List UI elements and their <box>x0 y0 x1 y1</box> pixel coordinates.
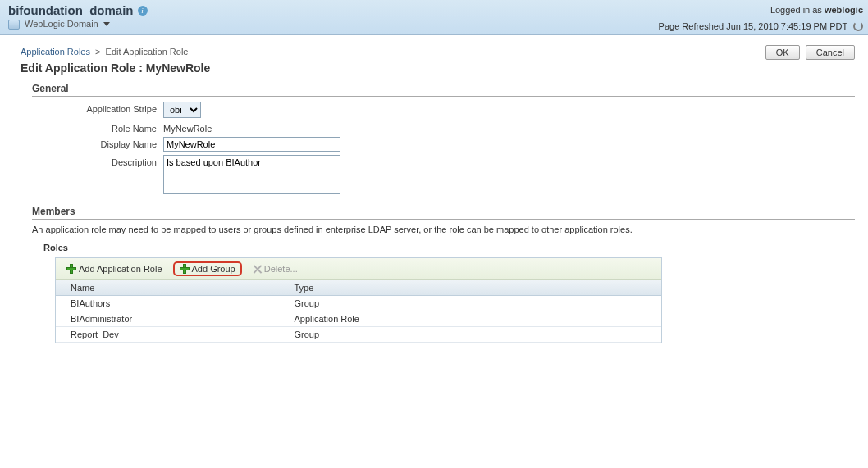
domain-menu-label: WebLogic Domain <box>25 19 98 29</box>
logged-in-prefix: Logged in as <box>770 5 822 15</box>
refresh-icon[interactable] <box>853 21 863 31</box>
breadcrumb: Application Roles > Edit Application Rol… <box>21 47 855 57</box>
refresh-prefix: Page Refreshed <box>659 21 724 31</box>
members-section: Members An application role may need to … <box>32 206 855 343</box>
table-row[interactable]: Report_Dev Group <box>56 327 661 343</box>
cell-type: Group <box>286 296 661 311</box>
display-name-label: Display Name <box>32 137 163 149</box>
add-application-role-button[interactable]: Add Application Role <box>61 261 168 276</box>
page-header: bifoundation_domain i WebLogic Domain Lo… <box>0 0 868 35</box>
folder-icon <box>8 20 20 30</box>
add-app-role-label: Add Application Role <box>79 264 162 274</box>
general-section: General Application Stripe obi Role Name… <box>32 83 855 196</box>
chevron-down-icon <box>103 22 110 26</box>
breadcrumb-current: Edit Application Role <box>106 47 189 57</box>
ok-button[interactable]: OK <box>765 45 800 60</box>
delete-button: Delete... <box>247 261 304 276</box>
description-textarea[interactable]: Is based upon BIAuthor <box>163 155 340 194</box>
breadcrumb-parent[interactable]: Application Roles <box>21 47 90 57</box>
delete-label: Delete... <box>264 264 298 274</box>
table-row[interactable]: BIAdministrator Application Role <box>56 311 661 327</box>
members-section-title: Members <box>32 206 855 220</box>
stripe-label: Application Stripe <box>32 102 163 114</box>
header-right: Logged in as weblogic Page Refreshed Jun… <box>659 5 863 31</box>
col-type[interactable]: Type <box>286 280 661 296</box>
plus-icon <box>66 264 76 274</box>
refresh-time: Jun 15, 2010 7:45:19 PM PDT <box>726 21 847 31</box>
roles-subtitle: Roles <box>43 243 855 252</box>
role-name-label: Role Name <box>32 121 163 134</box>
roles-table: Name Type BIAuthors Group BIAdministrato… <box>56 280 661 343</box>
roles-box: Add Application Role Add Group Delete...… <box>55 257 662 343</box>
delete-icon <box>253 265 262 274</box>
col-name[interactable]: Name <box>56 280 286 296</box>
cancel-button[interactable]: Cancel <box>806 45 855 60</box>
table-row[interactable]: BIAuthors Group <box>56 296 661 311</box>
display-name-input[interactable] <box>163 137 340 152</box>
domain-title: bifoundation_domain <box>8 3 133 17</box>
cell-name: BIAdministrator <box>56 311 286 327</box>
role-name-value: MyNewRole <box>163 121 212 134</box>
cell-name: BIAuthors <box>56 296 286 311</box>
page-title: Edit Application Role : MyNewRole <box>21 61 210 75</box>
content-area: ◄ Application Roles > Edit Application R… <box>0 35 868 343</box>
roles-toolbar: Add Application Role Add Group Delete... <box>56 258 661 280</box>
add-group-label: Add Group <box>192 264 235 274</box>
logged-in-user: weblogic <box>825 5 863 15</box>
breadcrumb-separator: > <box>95 47 100 57</box>
cell-type: Application Role <box>286 311 661 327</box>
action-buttons: OK Cancel <box>762 45 855 60</box>
cell-name: Report_Dev <box>56 327 286 343</box>
plus-icon <box>180 264 190 274</box>
application-stripe-select[interactable]: obi <box>163 102 201 118</box>
add-group-button[interactable]: Add Group <box>173 261 242 276</box>
info-icon[interactable]: i <box>138 6 148 16</box>
members-description: An application role may need to be mappe… <box>32 225 855 234</box>
description-label: Description <box>32 155 163 167</box>
general-section-title: General <box>32 83 855 97</box>
cell-type: Group <box>286 327 661 343</box>
